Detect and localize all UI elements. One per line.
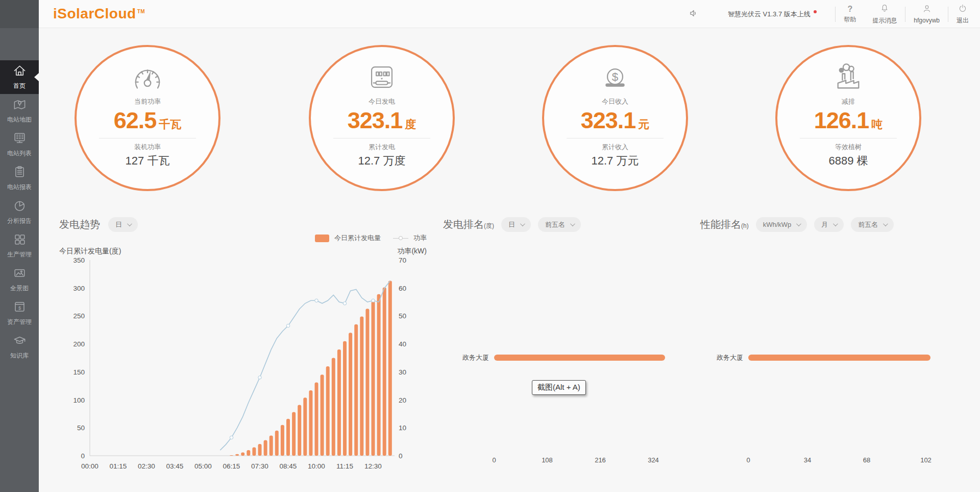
kpi-unit: 度 [405,118,416,131]
ranking-axis: 03468102 [748,456,926,465]
bell-icon [880,4,889,15]
sidebar-item-plant-list[interactable]: 电站列表 [0,128,39,161]
report-icon [13,165,27,181]
home-icon [13,64,27,80]
ranking-axis-tick: 324 [648,456,659,464]
kpi-subvalue: 12.7 万元 [592,153,639,169]
sidebar-item-knowledge[interactable]: 知识库 [0,330,39,364]
kpi-sublabel: 装机功率 [134,143,161,152]
generation-ranking-period-select[interactable]: 日 [501,217,531,232]
sidebar-item-home[interactable]: 首页 [0,60,39,94]
svg-text:05:00: 05:00 [194,462,212,470]
svg-text:10: 10 [399,424,406,432]
kpi-divider [333,138,430,138]
sidebar-item-production[interactable]: 生产管理 [0,229,39,263]
ranking-bar [748,355,930,361]
select-value: 前五名 [545,220,565,229]
svg-text:40: 40 [399,340,406,348]
sidebar-item-label: 分析报告 [7,217,32,225]
announcement-area: 智慧光伏云 V1.3.7 版本上线 [688,0,817,28]
user-menu-button[interactable]: hfgovywb [905,0,948,28]
kpi-subvalue: 6889 棵 [828,153,868,169]
svg-text:06:15: 06:15 [223,462,240,470]
logout-button[interactable]: 退出 [948,0,977,28]
active-item-notch [34,73,39,81]
help-icon: ? [847,5,852,14]
svg-text:01:15: 01:15 [110,462,127,470]
ranking-axis-tick: 216 [595,456,606,464]
kpi-emission-reduction: 减排 126.1吨 等效植树 6889 棵 [775,45,921,191]
kpi-label: 今日发电 [369,97,395,106]
generation-ranking-top-select[interactable]: 前五名 [538,217,581,232]
kpi-number: 323.1 [581,107,636,133]
title-unit: (度) [484,222,494,229]
svg-text:$: $ [18,306,20,311]
kpi-divider [567,138,664,138]
performance-ranking-metric-select[interactable]: kWh/kWp [756,217,807,232]
svg-text:100: 100 [73,396,85,404]
announcement-text: 智慧光伏云 V1.3.7 版本上线 [728,10,817,19]
chevron-down-icon [883,221,888,226]
sidebar-item-label: 电站地图 [7,115,32,124]
grid-icon [13,232,27,248]
kpi-subvalue: 12.7 万度 [358,153,406,169]
username-label: hfgovywb [914,17,940,24]
ranking-axis-tick: 108 [542,456,553,464]
trend-title: 发电趋势 [59,218,100,231]
help-button[interactable]: ? 帮助 [836,0,864,28]
power-icon [958,4,967,15]
kpi-number: 62.5 [114,107,157,133]
brand-name: iSolarCloud [53,6,136,21]
sidebar-item-label: 全景图 [10,284,29,293]
sidebar-item-plant-map[interactable]: 电站地图 [0,94,39,128]
title-unit: (h) [741,222,749,229]
sidebar: 首页 电站地图 电站列表 电站报表 分析报告 生产管理 [0,0,39,492]
kpi-value: 323.1度 [348,107,416,134]
trend-period-select[interactable]: 日 [108,217,138,232]
svg-text:10:00: 10:00 [308,462,325,470]
sidebar-item-assets[interactable]: $ 资产管理 [0,296,39,330]
sidebar-item-label: 知识库 [10,352,29,360]
ranking-bar-track [748,355,931,361]
ranking-row-label: 政务大厦 [443,353,494,362]
kpi-label: 当前功率 [134,97,161,106]
ranking-axis-tick: 102 [920,456,932,464]
svg-text:60: 60 [399,285,406,292]
select-value: 月 [821,220,828,229]
svg-text:0: 0 [81,452,85,460]
kpi-unit: 吨 [871,118,883,131]
svg-text:30: 30 [399,368,406,376]
kpi-number: 126.1 [814,107,869,133]
help-label: 帮助 [844,15,856,24]
notifications-button[interactable]: 提示消息 [864,0,905,28]
ranking-axis-tick: 0 [746,456,750,464]
performance-ranking-top-select[interactable]: 前五名 [851,217,894,232]
svg-text:70: 70 [399,256,406,264]
svg-text:200: 200 [73,340,85,348]
chevron-down-icon [796,221,801,226]
factory-icon [832,60,864,92]
chevron-down-icon [520,221,525,226]
ranking-row: 政务大厦 [443,353,666,362]
kpi-subvalue: 127 千瓦 [126,153,170,169]
sidebar-item-panorama[interactable]: 全景图 [0,263,39,296]
power-legend-marker [393,238,408,239]
performance-ranking-period-select[interactable]: 月 [814,217,844,232]
svg-text:50: 50 [77,424,85,432]
ranking-axis-tick: 0 [492,456,496,464]
trend-legend: 今日累计发电量 功率 [315,233,427,243]
kpi-label: 今日收入 [602,97,628,106]
generation-ranking-title: 发电排名(度) [443,218,494,231]
pie-chart-icon [13,199,27,215]
brand-logo[interactable]: iSolarCloudTM [53,6,145,22]
map-pin-icon [13,98,27,113]
sidebar-item-plant-report[interactable]: 电站报表 [0,161,39,195]
select-value: 前五名 [858,220,878,229]
ranking-bar-track [494,355,666,361]
sidebar-item-analysis-report[interactable]: 分析报告 [0,195,39,229]
announcement-label: 智慧光伏云 V1.3.7 版本上线 [728,10,811,18]
plant-list-icon [13,131,27,147]
logout-label: 退出 [957,16,969,25]
chevron-down-icon [570,221,575,226]
asset-icon: $ [13,300,27,316]
